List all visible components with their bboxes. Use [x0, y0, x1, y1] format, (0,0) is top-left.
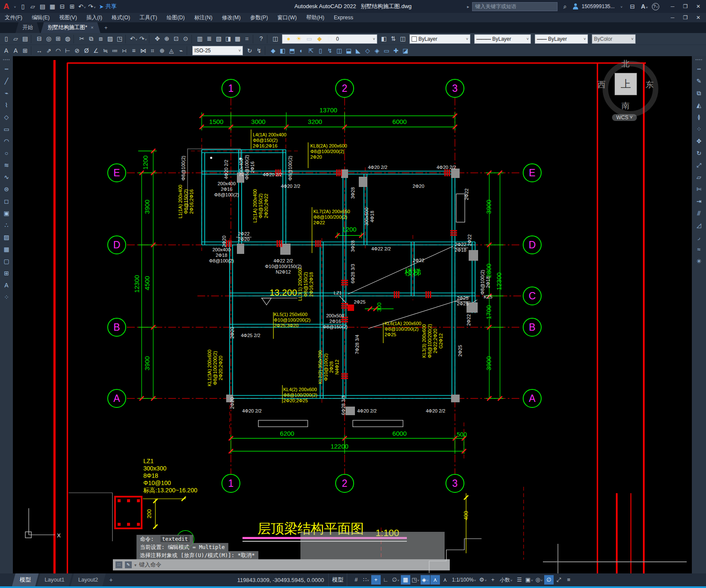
menu-item-7[interactable]: 标注(N)	[190, 13, 217, 22]
offset-icon[interactable]: ≬	[694, 112, 704, 122]
units-button[interactable]: 小数	[498, 576, 514, 584]
mod5-icon[interactable]: ⇱	[306, 46, 315, 55]
cleanscreen-icon[interactable]: ⤢	[554, 575, 564, 585]
model-space-button[interactable]: 模型	[328, 573, 347, 586]
layer-state-icon[interactable]: ⇅	[389, 34, 398, 43]
help-icon[interactable]: ?	[652, 3, 659, 10]
undo-icon[interactable]: ↶	[129, 34, 138, 43]
calculator-icon[interactable]: ⌗	[242, 34, 251, 43]
zoom-previous-icon[interactable]: ⊙	[181, 34, 190, 43]
region-icon[interactable]: ▢	[2, 256, 11, 266]
layer-props-icon[interactable]: ◫	[271, 34, 280, 43]
autodesk-a-icon[interactable]: A	[640, 2, 649, 11]
viewcube-west[interactable]: 西	[597, 79, 606, 90]
linetype-combo[interactable]: ———ByLayer˅	[474, 34, 531, 44]
app-store-icon[interactable]: ⊟	[628, 2, 637, 11]
open-icon[interactable]: ▱	[11, 34, 20, 43]
properties-icon[interactable]: ▥	[195, 34, 204, 43]
gradient-icon[interactable]: ▦	[2, 244, 11, 254]
polyline-icon[interactable]: ⌇	[2, 100, 11, 110]
textstyle-icon[interactable]: A	[2, 46, 11, 55]
menu-item-1[interactable]: 编辑(E)	[27, 13, 55, 22]
arc-icon[interactable]: ◠	[2, 136, 11, 146]
zoom-window-icon[interactable]: ⊡	[172, 34, 181, 43]
menu-item-12[interactable]: Express	[329, 13, 358, 22]
mod1-icon[interactable]: ◆	[269, 46, 278, 55]
dim-baseline-icon[interactable]: ≔	[110, 46, 119, 55]
tab-layout2[interactable]: Layout2	[70, 573, 106, 586]
maximize-button[interactable]: ❐	[679, 2, 691, 11]
lock-icon[interactable]: ◆	[315, 34, 324, 43]
menu-item-9[interactable]: 参数(P)	[245, 13, 273, 22]
dim-angular-icon[interactable]: ∠	[91, 46, 100, 55]
blockedit-icon[interactable]: ◳	[115, 34, 124, 43]
dim-center-icon[interactable]: ⊕	[158, 46, 167, 55]
tab-model[interactable]: 模型	[12, 573, 39, 586]
polar-icon[interactable]: ∅	[391, 575, 400, 585]
revcloud-icon[interactable]: ≋	[2, 160, 11, 170]
collapse-arrow-icon[interactable]: ▸	[467, 4, 469, 9]
new-icon[interactable]: ▯	[18, 2, 27, 11]
annoscale-button[interactable]: 1:1/100%	[450, 577, 478, 583]
publish-icon[interactable]: ◍	[63, 34, 72, 43]
dyninput-icon[interactable]: +	[371, 575, 381, 585]
menu-item-2[interactable]: 视图(V)	[55, 13, 82, 22]
saveas-icon[interactable]: ▦	[48, 2, 57, 11]
hwaccel-icon[interactable]: ∅	[544, 575, 554, 585]
dim-aligned-icon[interactable]: ⇗	[44, 46, 53, 55]
erase-icon[interactable]: ✎	[694, 76, 704, 86]
user-id[interactable]: 1505999135...	[582, 3, 615, 9]
help-icon[interactable]: ?	[257, 34, 266, 43]
copy-icon[interactable]: ⧉	[694, 88, 704, 98]
dim-override-icon[interactable]: ↯	[255, 46, 264, 55]
save-icon[interactable]: ▤	[38, 2, 47, 11]
logo-menu-caret[interactable]	[11, 2, 18, 11]
polygon-icon[interactable]: ◇	[2, 112, 11, 122]
tablestyle-icon[interactable]: ⊞	[21, 46, 30, 55]
dim-jog-icon[interactable]: ⌁	[176, 46, 185, 55]
menu-item-0[interactable]: 文件(F)	[0, 13, 27, 22]
mtext-icon[interactable]: A	[2, 280, 11, 290]
paste-icon[interactable]: ⧈	[96, 34, 105, 43]
menu-item-3[interactable]: 插入(I)	[82, 13, 107, 22]
matchprops-icon[interactable]: ▨	[106, 34, 115, 43]
copy-icon[interactable]: ⧉	[87, 34, 96, 43]
spline-icon[interactable]: ∿	[2, 172, 11, 182]
dim-continue-icon[interactable]: ∺	[120, 46, 129, 55]
mod9-icon[interactable]: ⬓	[344, 46, 353, 55]
break-icon[interactable]: ⫻	[694, 208, 704, 218]
fillet-icon[interactable]: ◞	[694, 232, 704, 242]
xline-icon[interactable]: ⌁	[2, 88, 11, 98]
circle-icon[interactable]: ○	[2, 148, 11, 158]
customize-icon[interactable]: ≡	[564, 575, 573, 585]
search-input[interactable]: 键入关键字或短语	[472, 2, 558, 11]
search-icon[interactable]: ⌕	[561, 2, 570, 11]
mod11-icon[interactable]: ◇	[363, 46, 372, 55]
view-cube[interactable]: 北 西 东 上 南 WCS ˅	[599, 59, 652, 124]
mod15-icon[interactable]: ◪	[401, 46, 410, 55]
customize-command-icon[interactable]: ∷	[115, 561, 122, 568]
markup-icon[interactable]: ▩	[233, 34, 242, 43]
rectangle-icon[interactable]: ▭	[2, 124, 11, 134]
ellipse-icon[interactable]: ⊜	[2, 184, 11, 194]
snap-icon[interactable]: ∷	[361, 575, 371, 585]
tab-layout1[interactable]: Layout1	[37, 573, 72, 586]
tab-close-icon[interactable]: ×	[91, 25, 93, 30]
line-icon[interactable]: ╱	[2, 76, 11, 86]
trim-icon[interactable]: ✄	[694, 184, 704, 194]
toolbar-grip[interactable]: ▪▪▪▪	[695, 57, 703, 62]
redo-icon[interactable]: ↷	[88, 2, 97, 11]
structural-plan-svg[interactable]: 123EDBAEDCBA123 137001500300032006000120…	[0, 56, 706, 573]
dim-diameter-icon[interactable]: Ø	[82, 46, 91, 55]
dim-space-icon[interactable]: ≡	[129, 46, 138, 55]
plot-icon[interactable]: ⊟	[35, 34, 44, 43]
gizmo-icon[interactable]: ◈	[421, 575, 430, 585]
isolate-icon[interactable]: ◎	[534, 575, 544, 585]
mod12-icon[interactable]: ◈	[373, 46, 382, 55]
mod4-icon[interactable]: ◐	[297, 46, 306, 55]
cut-icon[interactable]: ✂	[77, 34, 86, 43]
user-caret[interactable]	[618, 2, 625, 11]
menu-item-4[interactable]: 格式(O)	[107, 13, 135, 22]
autoscale-icon[interactable]: ⋏	[440, 575, 450, 585]
dim-update-icon[interactable]: ↻	[245, 46, 254, 55]
